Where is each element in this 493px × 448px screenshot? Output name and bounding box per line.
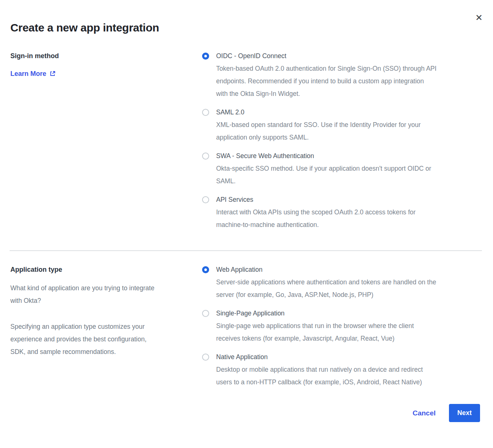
application-type-section: Application type What kind of applicatio… [10, 263, 480, 388]
dialog-title: Create a new app integration [10, 0, 480, 34]
option-label: SAML 2.0 [216, 106, 421, 118]
option-description: XML-based open standard for SSO. Use if … [216, 118, 421, 144]
option-web-application-text: Web Application Server-side applications… [216, 263, 436, 301]
radio-api-services[interactable] [202, 196, 209, 203]
option-saml-text: SAML 2.0 XML-based open standard for SSO… [216, 106, 421, 144]
application-type-left-column: Application type What kind of applicatio… [10, 263, 202, 388]
option-swa-text: SWA - Secure Web Authentication Okta-spe… [216, 150, 431, 187]
signin-method-section: Sign-in method Learn More OIDC - OpenID … [10, 50, 480, 231]
option-label: API Services [216, 193, 416, 206]
option-description: Server-side applications where authentic… [216, 276, 436, 301]
radio-swa[interactable] [202, 153, 209, 160]
application-type-note: Specifying an application type customize… [10, 320, 191, 358]
option-swa[interactable]: SWA - Secure Web Authentication Okta-spe… [202, 150, 480, 187]
option-web-application[interactable]: Web Application Server-side applications… [202, 263, 480, 301]
cancel-button[interactable]: Cancel [413, 409, 436, 417]
signin-method-left-column: Sign-in method Learn More [10, 50, 202, 231]
application-type-options: Web Application Server-side applications… [202, 263, 480, 388]
signin-method-options: OIDC - OpenID Connect Token-based OAuth … [202, 50, 480, 231]
radio-oidc[interactable] [202, 53, 209, 60]
option-single-page-application[interactable]: Single-Page Application Single-page web … [202, 307, 480, 345]
option-single-page-application-text: Single-Page Application Single-page web … [216, 307, 414, 345]
learn-more-label: Learn More [10, 67, 46, 80]
option-description: Single-page web applications that run in… [216, 320, 414, 345]
signin-method-label: Sign-in method [10, 50, 191, 62]
application-type-intro: What kind of application are you trying … [10, 282, 191, 307]
option-api-services[interactable]: API Services Interact with Okta APIs usi… [202, 193, 480, 231]
create-app-integration-dialog: ✕ Create a new app integration Sign-in m… [0, 0, 493, 448]
option-description: Token-based OAuth 2.0 authentication for… [216, 62, 436, 100]
option-oidc[interactable]: OIDC - OpenID Connect Token-based OAuth … [202, 50, 480, 100]
close-icon[interactable]: ✕ [475, 13, 483, 22]
section-divider [10, 250, 482, 251]
option-label: Native Application [216, 351, 423, 363]
learn-more-link[interactable]: Learn More [10, 67, 56, 80]
option-saml[interactable]: SAML 2.0 XML-based open standard for SSO… [202, 106, 480, 144]
option-label: Web Application [216, 263, 436, 276]
next-button[interactable]: Next [449, 404, 480, 422]
radio-web-application[interactable] [202, 266, 209, 273]
option-api-services-text: API Services Interact with Okta APIs usi… [216, 193, 416, 231]
option-native-application-text: Native Application Desktop or mobile app… [216, 351, 423, 388]
option-label: SWA - Secure Web Authentication [216, 150, 431, 162]
option-description: Okta-specific SSO method. Use if your ap… [216, 162, 431, 187]
radio-saml[interactable] [202, 109, 209, 116]
option-description: Interact with Okta APIs using the scoped… [216, 206, 416, 231]
radio-single-page-application[interactable] [202, 310, 209, 317]
option-description: Desktop or mobile applications that run … [216, 363, 423, 388]
option-oidc-text: OIDC - OpenID Connect Token-based OAuth … [216, 50, 436, 100]
radio-native-application[interactable] [202, 354, 209, 361]
dialog-footer: Cancel Next [10, 404, 480, 422]
option-label: Single-Page Application [216, 307, 414, 320]
application-type-label: Application type [10, 263, 191, 276]
option-native-application[interactable]: Native Application Desktop or mobile app… [202, 351, 480, 388]
external-link-icon [50, 71, 56, 77]
option-label: OIDC - OpenID Connect [216, 50, 436, 62]
